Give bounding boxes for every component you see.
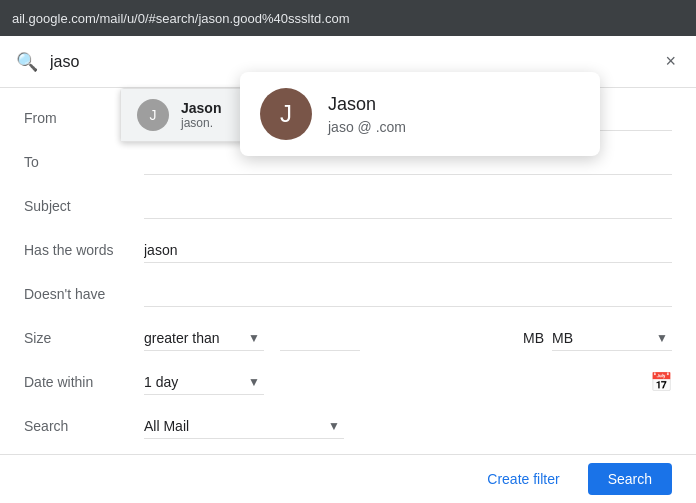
size-select-wrapper: greater than less than ▼ — [144, 326, 264, 351]
url-text: ail.google.com/mail/u/0/#search/jason.go… — [12, 11, 684, 26]
create-filter-button[interactable]: Create filter — [471, 463, 575, 495]
main-container: 🔍 × J Jason jaso @ .com From — [0, 36, 696, 503]
suggestion-email: jaso @ .com — [328, 119, 406, 135]
suggestion-avatar-letter: J — [280, 100, 292, 128]
search-input[interactable] — [50, 53, 649, 71]
has-words-input[interactable] — [144, 238, 672, 263]
to-label: To — [24, 154, 144, 170]
suggestion-name: Jason — [328, 94, 406, 115]
email-at: @ — [358, 119, 372, 135]
suggestion-info: Jason jaso @ .com — [328, 94, 406, 135]
doesnt-have-input[interactable] — [144, 282, 672, 307]
date-select-wrapper: 1 day 3 days 1 week 2 weeks 1 month 2 mo… — [144, 370, 264, 395]
close-icon[interactable]: × — [661, 47, 680, 76]
date-label: Date within — [24, 374, 144, 390]
mb-select[interactable]: MB KB GB — [552, 326, 672, 350]
doesnt-have-label: Doesn't have — [24, 286, 144, 302]
search-icon: 🔍 — [16, 51, 38, 73]
size-controls: greater than less than ▼ MB MB KB GB ▼ — [144, 326, 672, 351]
has-words-row: Has the words — [0, 228, 696, 272]
footer: Create filter Search — [0, 454, 696, 503]
search-button[interactable]: Search — [588, 463, 672, 495]
size-row: Size greater than less than ▼ MB MB KB — [0, 316, 696, 360]
mb-wrapper: MB MB KB GB ▼ — [523, 326, 672, 351]
autocomplete-avatar: J — [137, 99, 169, 131]
has-words-label: Has the words — [24, 242, 144, 258]
subject-input[interactable] — [144, 194, 672, 219]
mb-select-wrapper: MB KB GB ▼ — [552, 326, 672, 351]
doesnt-have-row: Doesn't have — [0, 272, 696, 316]
date-row: Date within 1 day 3 days 1 week 2 weeks … — [0, 360, 696, 404]
size-value-input[interactable] — [280, 326, 360, 351]
size-select[interactable]: greater than less than — [144, 326, 264, 350]
subject-row: Subject — [0, 184, 696, 228]
autocomplete-details: Jason jason. — [181, 100, 221, 130]
search-in-select[interactable]: All Mail Inbox Sent Drafts Spam Trash — [144, 414, 344, 438]
autocomplete-name: Jason — [181, 100, 221, 116]
search-in-select-wrapper: All Mail Inbox Sent Drafts Spam Trash ▼ — [144, 414, 344, 439]
date-controls: 1 day 3 days 1 week 2 weeks 1 month 2 mo… — [144, 370, 672, 395]
calendar-icon[interactable]: 📅 — [650, 371, 672, 393]
subject-label: Subject — [24, 198, 144, 214]
suggestion-card: J Jason jaso @ .com — [240, 72, 600, 156]
search-in-label: Search — [24, 418, 144, 434]
address-bar: ail.google.com/mail/u/0/#search/jason.go… — [0, 0, 696, 36]
suggestion-avatar: J — [260, 88, 312, 140]
autocomplete-email: jason. — [181, 116, 221, 130]
email-prefix: jaso — [328, 119, 354, 135]
email-domain: .com — [376, 119, 406, 135]
size-label: Size — [24, 330, 144, 346]
search-in-row: Search All Mail Inbox Sent Drafts Spam T… — [0, 404, 696, 448]
autocomplete-avatar-letter: J — [150, 107, 157, 123]
date-select[interactable]: 1 day 3 days 1 week 2 weeks 1 month 2 mo… — [144, 370, 264, 394]
mb-label: MB — [523, 330, 544, 346]
